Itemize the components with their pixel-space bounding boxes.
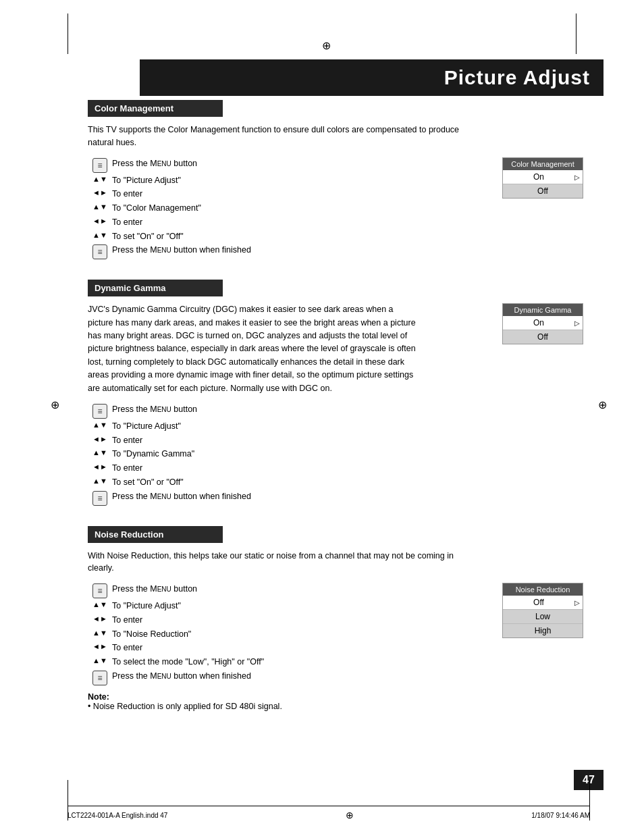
nr-menu-header: Noise Reduction <box>503 583 583 596</box>
page-number: 47 <box>583 774 595 786</box>
instr-line-menu2: Press the MENU button when finished <box>88 244 590 259</box>
instr-line-ud2: ▲▼ To "Color Management" <box>88 202 590 215</box>
cursor-arrow-on: ▷ <box>574 173 580 180</box>
color-management-menu-box: Color Management On ▷ Off <box>502 157 583 199</box>
instr-text-ud3: To set "On" or "Off" <box>112 230 590 243</box>
cursor-arrow-nr: ▷ <box>574 599 580 606</box>
color-management-header: Color Management <box>88 100 223 117</box>
dynamic-gamma-menu-box: Dynamic Gamma On ▷ Off <box>502 303 583 344</box>
dg-instr-ud2: ▲▼ To "Dynamic Gamma" <box>88 448 590 461</box>
dg-menu-btn-2 <box>92 491 107 506</box>
left-crosshair: ⊕ <box>51 398 59 411</box>
nr-menu-item-high: High <box>503 624 583 637</box>
bottom-right-text: 1/18/07 9:14:46 AM <box>531 812 590 819</box>
instr-line-lr2: ◄► To enter <box>88 216 590 229</box>
dg-lr-icon-1: ◄► <box>88 434 112 443</box>
nr-instr-ud3: ▲▼ To select the mode "Low", "High" or "… <box>88 656 590 669</box>
instr-text-menu2: Press the MENU button when finished <box>112 244 590 257</box>
dg-instr-text-menu1: Press the MENU button <box>112 403 590 416</box>
note-section: Note: • Noise Reduction is only applied … <box>88 692 590 711</box>
bottom-left-text: LCT2224-001A-A English.indd 47 <box>68 812 167 819</box>
page-title: Picture Adjust <box>153 66 590 89</box>
dg-menu-icon-2 <box>88 490 112 506</box>
dg-lr-icon-2: ◄► <box>88 462 112 471</box>
dg-ud-icon-1: ▲▼ <box>88 420 112 429</box>
noise-reduction-menu-box: Noise Reduction Off ▷ Low High <box>502 583 583 638</box>
ud-arrow-icon-2: ▲▼ <box>88 202 112 211</box>
menu-icon-cell <box>88 157 112 173</box>
dg-instr-menu1: Press the MENU button <box>88 403 590 419</box>
nr-lr-icon-1: ◄► <box>88 614 112 623</box>
dynamic-gamma-description: JVC's Dynamic Gamma Circuitry (DGC) make… <box>88 303 419 395</box>
menu-icon-cell-2 <box>88 244 112 259</box>
menu-button-icon <box>92 158 107 173</box>
right-crosshair: ⊕ <box>598 398 607 411</box>
dg-instr-lr1: ◄► To enter <box>88 434 590 447</box>
lr-arrow-icon-1: ◄► <box>88 188 112 197</box>
nr-instr-lr2: ◄► To enter <box>88 642 590 654</box>
nr-menu-icon-2 <box>88 670 112 685</box>
noise-reduction-description: With Noise Reduction, this helps take ou… <box>88 550 466 575</box>
dg-instr-lr2: ◄► To enter <box>88 462 590 475</box>
nr-menu-item-low: Low <box>503 610 583 624</box>
nr-menu-btn-2 <box>92 671 107 685</box>
noise-reduction-header: Noise Reduction <box>88 526 223 543</box>
content-area: Color Management This TV supports the Co… <box>88 100 590 725</box>
section-dynamic-gamma: Dynamic Gamma JVC's Dynamic Gamma Circui… <box>88 280 590 505</box>
nr-ud-icon-3: ▲▼ <box>88 656 112 664</box>
instr-line-ud3: ▲▼ To set "On" or "Off" <box>88 230 590 243</box>
bottom-crosshair: ⊕ <box>346 810 354 820</box>
page-title-bar: Picture Adjust <box>140 59 603 96</box>
nr-lr-icon-2: ◄► <box>88 642 112 650</box>
dg-instr-menu2: Press the MENU button when finished <box>88 490 590 506</box>
dg-menu-icon-1 <box>88 403 112 419</box>
dg-menu-item-on: On ▷ <box>503 316 583 330</box>
dg-menu-item-off: Off <box>503 330 583 344</box>
menu-button-icon-2 <box>92 244 107 259</box>
page-number-badge: 47 <box>574 770 603 790</box>
dynamic-gamma-body: JVC's Dynamic Gamma Circuitry (DGC) make… <box>88 303 590 505</box>
nr-menu-btn-1 <box>92 583 107 598</box>
dynamic-gamma-instructions: Press the MENU button ▲▼ To "Picture Adj… <box>88 403 590 506</box>
dynamic-gamma-header: Dynamic Gamma <box>88 280 223 296</box>
note-title: Note: <box>88 692 590 702</box>
page-wrapper: ⊕ Picture Adjust Color Management This T… <box>0 0 644 834</box>
nr-ud-icon-1: ▲▼ <box>88 600 112 608</box>
dg-instr-text-menu2: Press the MENU button when finished <box>112 490 590 503</box>
nr-menu-item-off: Off ▷ <box>503 596 583 610</box>
section-noise-reduction: Noise Reduction With Noise Reduction, th… <box>88 526 590 711</box>
nr-menu-icon-1 <box>88 583 112 598</box>
dynamic-gamma-content: JVC's Dynamic Gamma Circuitry (DGC) make… <box>88 303 590 505</box>
bottom-bar: LCT2224-001A-A English.indd 47 ⊕ 1/18/07… <box>68 806 590 820</box>
dg-menu-header: Dynamic Gamma <box>503 304 583 316</box>
dg-menu-btn-1 <box>92 404 107 419</box>
nr-instr-text-lr2: To enter <box>112 642 590 654</box>
cm-menu-item-on: On ▷ <box>503 170 583 184</box>
instr-text-ud2: To "Color Management" <box>112 202 590 215</box>
dg-instr-text-ud2: To "Dynamic Gamma" <box>112 448 590 461</box>
noise-reduction-instructions-container: Press the MENU button ▲▼ To "Picture Adj… <box>88 583 590 685</box>
noise-reduction-body: With Noise Reduction, this helps take ou… <box>88 550 590 711</box>
nr-instr-menu2: Press the MENU button when finished <box>88 670 590 685</box>
color-management-description: This TV supports the Color Management fu… <box>88 124 466 149</box>
dg-instr-text-ud3: To set "On" or "Off" <box>112 476 590 489</box>
dg-ud-icon-3: ▲▼ <box>88 476 112 485</box>
ud-arrow-icon-3: ▲▼ <box>88 230 112 239</box>
lr-arrow-icon-2: ◄► <box>88 216 112 225</box>
nr-instr-text-ud3: To select the mode "Low", "High" or "Off… <box>112 656 590 669</box>
dg-instr-ud1: ▲▼ To "Picture Adjust" <box>88 420 590 433</box>
section-color-management: Color Management This TV supports the Co… <box>88 100 590 259</box>
dg-instr-text-ud1: To "Picture Adjust" <box>112 420 590 433</box>
cm-menu-item-off: Off <box>503 184 583 198</box>
dg-ud-icon-2: ▲▼ <box>88 448 112 457</box>
dg-instr-ud3: ▲▼ To set "On" or "Off" <box>88 476 590 489</box>
top-crosshair: ⊕ <box>322 39 331 52</box>
dg-instr-text-lr1: To enter <box>112 434 590 447</box>
color-management-body: This TV supports the Color Management fu… <box>88 124 590 259</box>
left-line-top <box>68 14 68 54</box>
right-line-top <box>576 14 576 54</box>
nr-instr-text-menu2: Press the MENU button when finished <box>112 670 590 683</box>
color-management-instructions-container: Press the MENU button ▲▼ To "Picture Adj… <box>88 157 590 260</box>
cm-menu-header: Color Management <box>503 158 583 170</box>
instr-text-lr2: To enter <box>112 216 590 229</box>
